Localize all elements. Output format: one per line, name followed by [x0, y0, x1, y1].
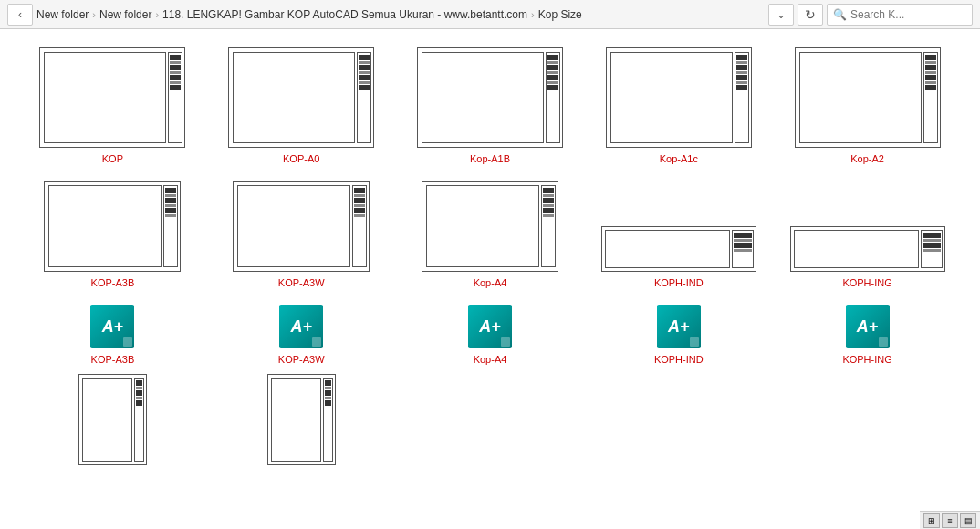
- main-content: KOP KOP-A0: [0, 29, 980, 529]
- drawing-thumbnail: [39, 47, 185, 148]
- breadcrumb-current: Kop Size: [538, 8, 582, 21]
- file-label: KOP-A0: [283, 153, 319, 164]
- file-label: KOPH-IND: [654, 277, 704, 288]
- file-label: KOP-A3B: [91, 277, 135, 288]
- drawing-thumbnail: [44, 181, 181, 272]
- autocad-icon: [846, 305, 890, 348]
- search-icon: 🔍: [833, 8, 847, 21]
- breadcrumb-item-3[interactable]: 118. LENGKAP! Gambar KOP AutoCAD Semua U…: [162, 8, 527, 21]
- file-label: Kop-A2: [850, 153, 884, 164]
- top-bar: ‹ New folder › New folder › 118. LENGKAP…: [0, 0, 980, 29]
- dropdown-button[interactable]: ⌄: [768, 4, 794, 26]
- list-item[interactable]: Kop-A4: [396, 177, 585, 292]
- grid-view-button[interactable]: ⊞: [923, 513, 940, 528]
- drawing-thumbnail: [795, 47, 941, 148]
- breadcrumb-sep-1: ›: [92, 9, 96, 20]
- list-item[interactable]: KOP-A3W: [207, 177, 396, 292]
- view-controls: ⊞ ≡ ▤: [920, 511, 980, 529]
- drawing-thumbnail-wide: [790, 226, 945, 272]
- breadcrumb-item-2[interactable]: New folder: [99, 8, 151, 21]
- file-label: KOPH-IND: [654, 354, 704, 365]
- nav-back-button[interactable]: ‹: [7, 4, 33, 26]
- list-item[interactable]: KOPH-ING: [773, 301, 962, 368]
- drawing-thumbnail: [422, 181, 558, 272]
- list-item[interactable]: KOP-A3B: [18, 301, 207, 469]
- autocad-icon: [90, 305, 134, 348]
- list-item[interactable]: Kop-A1B: [396, 44, 585, 168]
- list-item[interactable]: KOP-A0: [207, 44, 396, 168]
- list-item[interactable]: Kop-A1c: [584, 44, 773, 168]
- drawing-thumbnail-tall: [267, 374, 336, 465]
- list-item[interactable]: KOPH-IND: [584, 223, 773, 292]
- drawing-thumbnail: [606, 47, 752, 148]
- breadcrumb-item-1[interactable]: New folder: [36, 8, 89, 21]
- drawing-thumbnail: [417, 47, 563, 148]
- list-item[interactable]: KOP: [18, 44, 207, 168]
- breadcrumb-sep-2: ›: [155, 9, 159, 20]
- drawing-thumbnail: [233, 181, 370, 272]
- autocad-icon: [279, 305, 323, 348]
- list-item[interactable]: KOPH-ING: [773, 223, 962, 292]
- details-view-button[interactable]: ▤: [960, 513, 976, 528]
- file-label: KOP-A3W: [278, 277, 325, 288]
- breadcrumb-sep-3: ›: [531, 9, 535, 20]
- file-label: KOP-A3B: [91, 354, 135, 365]
- list-item[interactable]: KOPH-IND: [584, 301, 773, 368]
- file-label: Kop-A4: [474, 277, 507, 288]
- autocad-icon: [468, 305, 512, 348]
- file-label: Kop-A1c: [660, 153, 698, 164]
- file-label: KOP: [102, 153, 123, 164]
- search-input[interactable]: [850, 8, 966, 21]
- list-item[interactable]: Kop-A4: [396, 301, 585, 368]
- autocad-icon: [657, 305, 701, 348]
- list-item[interactable]: Kop-A2: [773, 44, 962, 168]
- list-item[interactable]: KOP-A3W: [207, 301, 396, 469]
- file-label: Kop-A4: [474, 354, 507, 365]
- file-label: KOPH-ING: [842, 277, 891, 288]
- refresh-button[interactable]: ↻: [798, 4, 823, 26]
- file-label: Kop-A1B: [470, 153, 510, 164]
- list-view-button[interactable]: ≡: [942, 513, 958, 528]
- search-bar: 🔍: [827, 4, 973, 26]
- list-item[interactable]: KOP-A3B: [18, 177, 207, 292]
- drawing-thumbnail-wide: [601, 226, 756, 272]
- file-label: KOP-A3W: [278, 354, 325, 365]
- drawing-thumbnail: [228, 47, 374, 148]
- drawing-thumbnail-tall: [78, 374, 147, 465]
- breadcrumb: New folder › New folder › 118. LENGKAP! …: [36, 8, 765, 21]
- file-label: KOPH-ING: [842, 354, 891, 365]
